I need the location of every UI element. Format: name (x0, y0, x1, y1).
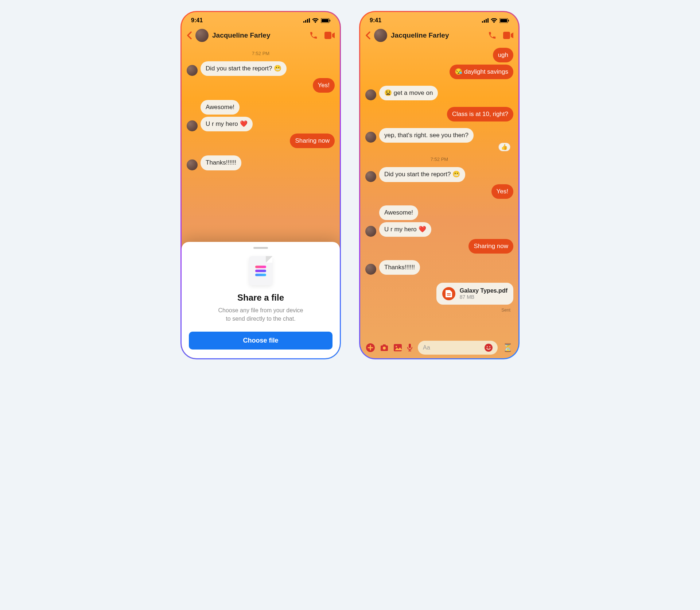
msg-avatar[interactable] (365, 132, 376, 143)
sheet-drag-handle[interactable] (253, 247, 268, 249)
chat-header: Jacqueline Farley (182, 26, 340, 45)
video-call-button[interactable] (324, 31, 335, 40)
msg-avatar[interactable] (365, 89, 376, 100)
file-pdf-icon (442, 287, 455, 300)
svg-rect-5 (322, 19, 328, 22)
phone-left: 9:41 Jacqueline Farley 7:52 PM (180, 11, 341, 359)
add-button[interactable] (366, 343, 375, 352)
svg-point-32 (383, 347, 386, 350)
msg-avatar[interactable] (365, 226, 376, 237)
contact-name[interactable]: Jacqueline Farley (391, 31, 484, 39)
svg-point-34 (396, 346, 397, 347)
message-bubble[interactable]: yep, that's right. see you then? (379, 128, 474, 143)
contact-name[interactable]: Jacqueline Farley (212, 31, 306, 39)
back-button[interactable] (365, 31, 370, 39)
battery-icon (321, 18, 330, 23)
camera-button[interactable] (380, 344, 389, 351)
timestamp: 7:52 PM (365, 157, 513, 162)
sheet-description: Choose any file from your device to send… (189, 306, 332, 323)
delivery-status: Sent (365, 308, 513, 313)
video-call-button[interactable] (503, 31, 513, 40)
status-time: 9:41 (370, 17, 381, 24)
svg-rect-30 (447, 295, 451, 296)
svg-rect-29 (447, 293, 451, 294)
message-bubble[interactable]: Awesome! (379, 205, 418, 220)
hourglass-icon[interactable]: ⏳ (503, 343, 513, 352)
status-bar: 9:41 (182, 12, 340, 26)
choose-file-button[interactable]: Choose file (189, 332, 332, 350)
battery-icon (499, 18, 509, 23)
svg-rect-1 (305, 20, 306, 23)
message-bubble[interactable]: Did you start the report? 😬 (201, 61, 287, 76)
svg-rect-23 (486, 19, 487, 23)
status-bar: 9:41 (360, 12, 518, 26)
voice-call-button[interactable] (488, 31, 497, 40)
msg-avatar[interactable] (187, 159, 198, 170)
message-bubble[interactable]: Thanks!!!!!! (379, 260, 420, 275)
wifi-icon (312, 18, 319, 23)
svg-rect-28 (503, 32, 510, 39)
contact-avatar[interactable] (374, 29, 387, 42)
message-bubble[interactable]: Class is at 10, right? (447, 107, 513, 121)
message-bubble[interactable]: Yes! (491, 184, 513, 199)
back-button[interactable] (187, 31, 192, 39)
composer-bar: Aa ⏳ (360, 337, 518, 358)
contact-avatar[interactable] (195, 29, 209, 42)
message-list[interactable]: ugh 😪 daylight savings 😫 get a move on C… (360, 45, 518, 337)
emoji-button[interactable] (485, 344, 493, 352)
phone-right: 9:41 Jacqueline Farley ugh (359, 11, 520, 359)
file-attachment[interactable]: Galaxy Types.pdf 87 MB (436, 283, 513, 305)
msg-avatar[interactable] (365, 264, 376, 275)
chat-header: Jacqueline Farley (360, 26, 518, 45)
file-illustration-icon (249, 256, 272, 285)
message-bubble[interactable]: Yes! (313, 78, 335, 93)
file-size: 87 MB (460, 294, 508, 300)
voice-call-button[interactable] (309, 31, 318, 40)
message-input[interactable]: Aa (418, 341, 498, 355)
svg-rect-24 (487, 18, 489, 23)
message-bubble[interactable]: 😪 daylight savings (450, 65, 513, 79)
message-bubble[interactable]: ugh (493, 48, 513, 62)
timestamp: 7:52 PM (187, 51, 335, 56)
message-bubble[interactable]: U r my hero ❤️ (201, 117, 253, 131)
svg-rect-6 (330, 20, 330, 22)
svg-rect-3 (309, 18, 310, 23)
message-bubble[interactable]: Awesome! (201, 100, 240, 115)
message-bubble[interactable]: Did you start the report? 😬 (379, 167, 465, 182)
message-bubble[interactable]: Sharing now (468, 239, 513, 254)
svg-point-38 (489, 346, 490, 347)
message-reaction[interactable]: 👍 (498, 143, 510, 151)
svg-rect-0 (303, 21, 304, 23)
mic-button[interactable] (407, 344, 413, 352)
share-file-sheet: Share a file Choose any file from your d… (182, 242, 340, 358)
wifi-icon (491, 18, 497, 23)
gallery-button[interactable] (394, 344, 402, 351)
svg-rect-7 (324, 32, 331, 39)
svg-point-37 (487, 346, 488, 347)
message-bubble[interactable]: U r my hero ❤️ (379, 222, 431, 237)
sheet-title: Share a file (189, 293, 332, 303)
svg-rect-21 (482, 21, 483, 23)
svg-rect-27 (508, 20, 509, 22)
cellular-icon (482, 18, 489, 23)
svg-rect-22 (484, 20, 485, 23)
message-bubble[interactable]: 😫 get a move on (379, 86, 438, 100)
message-bubble[interactable]: Sharing now (290, 134, 335, 148)
input-placeholder: Aa (423, 344, 430, 351)
status-time: 9:41 (191, 17, 203, 24)
svg-point-36 (485, 344, 493, 352)
file-name: Galaxy Types.pdf (460, 287, 508, 294)
svg-rect-35 (409, 344, 411, 348)
msg-avatar[interactable] (365, 171, 376, 182)
msg-avatar[interactable] (187, 120, 198, 131)
cellular-icon (303, 18, 310, 23)
svg-rect-2 (307, 19, 308, 23)
svg-rect-26 (500, 19, 507, 22)
msg-avatar[interactable] (187, 65, 198, 76)
message-bubble[interactable]: Thanks!!!!!! (201, 155, 241, 170)
